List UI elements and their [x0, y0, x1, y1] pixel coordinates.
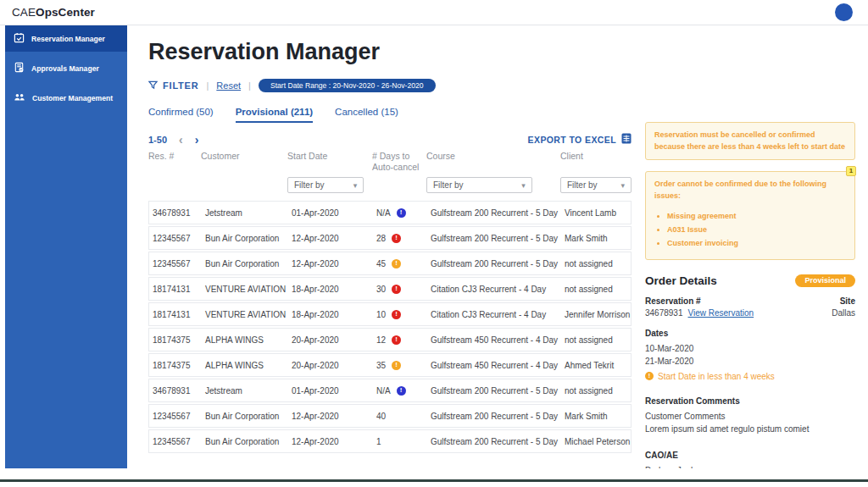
alert-icon: !: [392, 335, 401, 345]
table-row[interactable]: 18174131 VENTURE AVIATION 18-Apr-2020 30…: [148, 277, 632, 301]
start-date-cell: 18-Apr-2020: [292, 285, 375, 294]
tab-cancelled[interactable]: Cancelled (15): [335, 107, 398, 123]
start-date-warning: ! Start Date in less than 4 weeks: [645, 370, 855, 383]
view-reservation-link[interactable]: View Reservation: [688, 308, 754, 318]
comments-line-2: Lorem ipsum sid amet regulo pistum comie…: [645, 423, 855, 435]
table-body: 34678931 Jetstream 01-Apr-2020 N/A ! Gul…: [148, 201, 632, 453]
logo-suffix: OpsCenter: [36, 6, 95, 19]
start-date-filter-dropdown[interactable]: Filter by ▾: [287, 177, 364, 193]
main-content: Reservation Manager FILTER | Reset | Sta…: [127, 25, 868, 468]
pagination: 1-50 ‹ ›: [148, 134, 198, 146]
customer-cell: Jetstream: [205, 208, 290, 218]
days-to-autocancel-cell: 12 !: [376, 335, 429, 345]
tab-bar: Confirmed (50) Provisional (211) Cancell…: [148, 107, 632, 123]
previous-page-icon[interactable]: ‹: [179, 134, 183, 146]
customer-cell: ALPHA WINGS: [205, 335, 290, 345]
client-cell: Mark Smith: [565, 234, 631, 243]
alert-icon: !: [392, 361, 401, 370]
start-date-cell: 12-Apr-2020: [292, 412, 375, 421]
customer-cell: Jetstream: [205, 386, 290, 396]
column-header-days: # Days to Auto-cancel: [372, 151, 425, 173]
page-range: 1-50: [148, 135, 167, 145]
tab-provisional[interactable]: Provisional (211): [236, 107, 313, 123]
table-row[interactable]: 12345567 Bun Air Corporation 12-Apr-2020…: [148, 252, 632, 275]
reservation-number-cell: 18174375: [153, 361, 203, 370]
reset-link[interactable]: Reset: [216, 80, 241, 91]
days-value: 30: [376, 285, 386, 294]
order-details-header: Order Details Provisional: [645, 274, 855, 287]
dates-block: Dates 10-Mar-2020 21-Mar-2020 ! Start Da…: [645, 327, 855, 383]
days-value: 45: [376, 259, 386, 268]
alert-icon: !: [392, 285, 401, 294]
export-to-excel-button[interactable]: EXPORT TO EXCEL: [528, 133, 632, 146]
date-start: 10-Mar-2020: [645, 342, 855, 355]
reservation-number-cell: 34678931: [153, 386, 203, 396]
reservation-number-cell: 18174375: [153, 335, 203, 345]
export-label: EXPORT TO EXCEL: [528, 135, 616, 145]
dates-label: Dates: [645, 327, 855, 340]
start-date-cell: 20-Apr-2020: [292, 361, 375, 370]
start-date-cell: 01-Apr-2020: [292, 386, 375, 396]
table-row[interactable]: 18174131 VENTURE AVIATION 18-Apr-2020 10…: [148, 302, 632, 326]
days-value: 1: [376, 437, 381, 446]
days-to-autocancel-cell: N/A !: [376, 208, 429, 218]
table-row[interactable]: 12345567 Bun Air Corporation 12-Apr-2020…: [148, 429, 632, 453]
sidebar-item-reservation-manager[interactable]: Reservation Manager: [5, 25, 127, 52]
days-to-autocancel-cell: 28 !: [376, 234, 429, 243]
table-row[interactable]: 34678931 Jetstream 01-Apr-2020 N/A ! Gul…: [148, 379, 632, 402]
customer-cell: VENTURE AVIATION: [205, 285, 290, 294]
days-to-autocancel-cell: 10 !: [376, 310, 429, 319]
issues-warning-box: Order cannot be confirmed due to the fol…: [645, 171, 855, 260]
issue-item: Missing agreement: [667, 210, 846, 222]
logo-prefix: CAE: [12, 6, 36, 19]
funnel-icon: [148, 80, 158, 91]
issues-list: Missing agreementA031 IssueCustomer invo…: [654, 210, 846, 250]
table-row[interactable]: 18174375 ALPHA WINGS 20-Apr-2020 35 ! Gu…: [148, 353, 632, 377]
table-row[interactable]: 34678931 Jetstream 01-Apr-2020 N/A ! Gul…: [148, 201, 632, 224]
tab-confirmed[interactable]: Confirmed (50): [148, 107, 214, 123]
client-filter-dropdown[interactable]: Filter by ▾: [560, 177, 632, 193]
client-cell: Ahmed Tekrit: [565, 361, 631, 370]
client-cell: Vincent Lamb: [565, 208, 631, 218]
column-header-course: Course: [426, 151, 559, 173]
client-cell: not assigned: [565, 285, 631, 294]
date-range-chip[interactable]: Start Date Range : 20-Nov-2020 - 26-Nov-…: [259, 79, 436, 92]
days-to-autocancel-cell: N/A !: [376, 386, 429, 396]
reservation-site-row: Reservation # 34678931View Reservation S…: [645, 296, 855, 318]
filter-button[interactable]: FILTER: [148, 80, 198, 91]
site-label: Site: [832, 296, 855, 306]
table-row[interactable]: 12345567 Bun Air Corporation 12-Apr-2020…: [148, 226, 632, 250]
next-page-icon[interactable]: ›: [195, 134, 199, 146]
issue-count-badge: 1: [846, 166, 856, 176]
customer-cell: ALPHA WINGS: [205, 361, 290, 370]
alert-icon: !: [397, 208, 406, 218]
column-header-client: Client: [560, 151, 632, 173]
start-date-cell: 12-Apr-2020: [292, 234, 375, 243]
separator: |: [248, 80, 251, 91]
course-filter-dropdown[interactable]: Filter by ▾: [426, 177, 532, 193]
app-body: Reservation Manager Approvals Manager: [0, 25, 868, 468]
sidebar-item-approvals-manager[interactable]: Approvals Manager: [5, 55, 127, 81]
reservation-number-cell: 34678931: [153, 208, 203, 218]
client-cell: not assigned: [565, 259, 631, 268]
issue-item: Customer invoicing: [667, 237, 846, 249]
cancellation-warning-banner: Reservation must be cancelled or confirm…: [645, 122, 855, 160]
days-value: N/A: [376, 386, 391, 396]
issue-item: A031 Issue: [667, 224, 846, 235]
column-header-start-date: Start Date: [287, 151, 370, 173]
course-cell: Gulfstream 200 Recurrent - 5 Day: [431, 259, 563, 268]
table-toolbar: 1-50 ‹ › EXPORT TO EXCEL: [148, 133, 632, 146]
chevron-down-icon: ▾: [353, 181, 358, 190]
page-title: Reservation Manager: [148, 39, 632, 65]
user-avatar[interactable]: [835, 3, 853, 21]
reservation-number-label: Reservation #: [645, 296, 754, 306]
site-value: Dallas: [832, 308, 855, 318]
dropdown-value: Filter by: [433, 180, 464, 190]
start-date-cell: 18-Apr-2020: [292, 310, 375, 319]
table-row[interactable]: 18174375 ALPHA WINGS 20-Apr-2020 12 ! Gu…: [148, 328, 632, 351]
reservation-number-cell: 18174131: [153, 285, 203, 294]
site-block: Site Dallas: [832, 296, 855, 318]
course-cell: Gulfstream 200 Recurrent - 5 Day: [431, 412, 563, 421]
table-row[interactable]: 12345567 Bun Air Corporation 12-Apr-2020…: [148, 404, 632, 428]
sidebar-item-customer-management[interactable]: Customer Management: [5, 85, 127, 111]
